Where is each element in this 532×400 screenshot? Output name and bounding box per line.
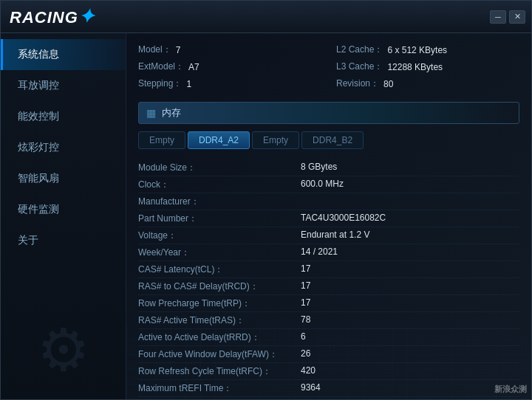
revision-row: Revision： 80 [336, 76, 519, 92]
l3-row: L3 Cache： 12288 KBytes [336, 59, 519, 75]
extmodel-value: A7 [188, 62, 200, 72]
revision-label: Revision： [336, 77, 379, 90]
logo-text: RACING✦ [10, 5, 95, 28]
mem-tab-slot2[interactable]: DDR4_A2 [188, 131, 250, 149]
detail-label-2: Manufacturer： [138, 196, 301, 208]
detail-label-9: RAS# Active Time(tRAS)： [138, 314, 301, 327]
extmodel-label: ExtModel： [138, 61, 184, 73]
background-decoration [126, 325, 531, 399]
sidebar-label-about: 关于 [18, 234, 38, 246]
app-logo: RACING✦ [10, 5, 95, 28]
memory-icon: ▦ [146, 107, 156, 119]
detail-value-9: 78 [301, 314, 310, 325]
sidebar-label-headphone: 耳放调控 [18, 79, 59, 91]
system-info-grid: Model： 7 L2 Cache： 6 x 512 KBytes ExtMod… [138, 42, 519, 92]
detail-value-8: 17 [301, 297, 310, 308]
content-area: Model： 7 L2 Cache： 6 x 512 KBytes ExtMod… [126, 33, 531, 399]
stepping-row: Stepping： 1 [138, 76, 321, 92]
detail-label-1: Clock： [138, 179, 301, 191]
detail-value-5: 14 / 2021 [301, 246, 338, 257]
extmodel-row: ExtModel： A7 [138, 59, 321, 75]
l2-value: 6 x 512 KBytes [387, 45, 447, 55]
detail-label-4: Voltage： [138, 230, 301, 242]
detail-value-7: 17 [301, 280, 310, 291]
detail-row-1: Clock： 600.0 MHz [138, 176, 519, 193]
title-bar: RACING✦ ─ ✕ [1, 1, 531, 33]
sidebar-item-power[interactable]: 能效控制 [1, 101, 126, 132]
detail-value-1: 600.0 MHz [301, 179, 344, 189]
detail-label-6: CAS# Latency(tCL)： [138, 263, 301, 276]
sidebar-label-system-info: 系统信息 [18, 48, 59, 60]
l2-row: L2 Cache： 6 x 512 KBytes [336, 42, 519, 58]
l2-label: L2 Cache： [336, 44, 383, 56]
watermark: 新浪众测 [494, 384, 527, 395]
detail-row-2: Manufacturer： [138, 193, 519, 210]
sidebar-item-headphone[interactable]: 耳放调控 [1, 70, 126, 101]
sidebar-decoration: ⚙ [1, 316, 126, 385]
mem-tab-slot1[interactable]: Empty [138, 131, 185, 149]
sidebar-item-monitor[interactable]: 硬件监测 [1, 194, 126, 225]
gear-icon: ⚙ [37, 316, 90, 385]
minimize-button[interactable]: ─ [490, 10, 506, 24]
detail-row-0: Module Size： 8 GBytes [138, 159, 519, 176]
sidebar-item-lighting[interactable]: 炫彩灯控 [1, 132, 126, 163]
sidebar-item-fan[interactable]: 智能风扇 [1, 163, 126, 194]
model-value: 7 [176, 45, 181, 55]
detail-row-8: Row Precharge Time(tRP)： 17 [138, 295, 519, 312]
mem-tab-slot3[interactable]: Empty [252, 131, 299, 149]
memory-tabs: Empty DDR4_A2 Empty DDR4_B2 [138, 131, 519, 149]
main-area: 系统信息 耳放调控 能效控制 炫彩灯控 智能风扇 硬件监测 关于 ⚙ [1, 33, 531, 399]
stepping-label: Stepping： [138, 77, 182, 90]
sidebar: 系统信息 耳放调控 能效控制 炫彩灯控 智能风扇 硬件监测 关于 ⚙ [1, 33, 126, 399]
sidebar-label-monitor: 硬件监测 [18, 203, 59, 215]
revision-value: 80 [383, 79, 393, 89]
stepping-value: 1 [186, 79, 191, 89]
mem-tab-slot4[interactable]: DDR4_B2 [301, 131, 364, 149]
detail-value-3: TAC4U3000E16082C [301, 213, 386, 223]
detail-label-0: Module Size： [138, 162, 301, 174]
model-label: Model： [138, 44, 171, 56]
detail-row-5: Week/Year： 14 / 2021 [138, 244, 519, 261]
memory-section-title: 内存 [162, 106, 181, 120]
detail-label-8: Row Precharge Time(tRP)： [138, 297, 301, 310]
detail-label-5: Week/Year： [138, 246, 301, 259]
detail-label-7: RAS# to CAS# Delay(tRCD)： [138, 280, 301, 293]
sidebar-label-fan: 智能风扇 [18, 172, 59, 184]
detail-row-3: Part Number： TAC4U3000E16082C [138, 210, 519, 227]
sidebar-label-power: 能效控制 [18, 110, 59, 122]
detail-value-4: Endurant at 1.2 V [301, 230, 369, 240]
sidebar-item-about[interactable]: 关于 [1, 225, 126, 256]
title-controls: ─ ✕ [490, 10, 525, 24]
memory-section-header: ▦ 内存 [138, 102, 519, 124]
detail-value-6: 17 [301, 263, 310, 274]
sidebar-item-system-info[interactable]: 系统信息 [1, 39, 126, 70]
sidebar-label-lighting: 炫彩灯控 [18, 141, 59, 153]
detail-row-6: CAS# Latency(tCL)： 17 [138, 261, 519, 278]
close-button[interactable]: ✕ [509, 10, 525, 24]
l3-label: L3 Cache： [336, 61, 383, 73]
app-window: RACING✦ ─ ✕ 系统信息 耳放调控 能效控制 炫彩灯控 智能风扇 [0, 0, 532, 400]
detail-label-3: Part Number： [138, 213, 301, 225]
detail-row-7: RAS# to CAS# Delay(tRCD)： 17 [138, 278, 519, 295]
detail-row-4: Voltage： Endurant at 1.2 V [138, 227, 519, 244]
detail-value-0: 8 GBytes [301, 162, 337, 172]
l3-value: 12288 KBytes [387, 62, 443, 72]
model-row: Model： 7 [138, 42, 321, 58]
